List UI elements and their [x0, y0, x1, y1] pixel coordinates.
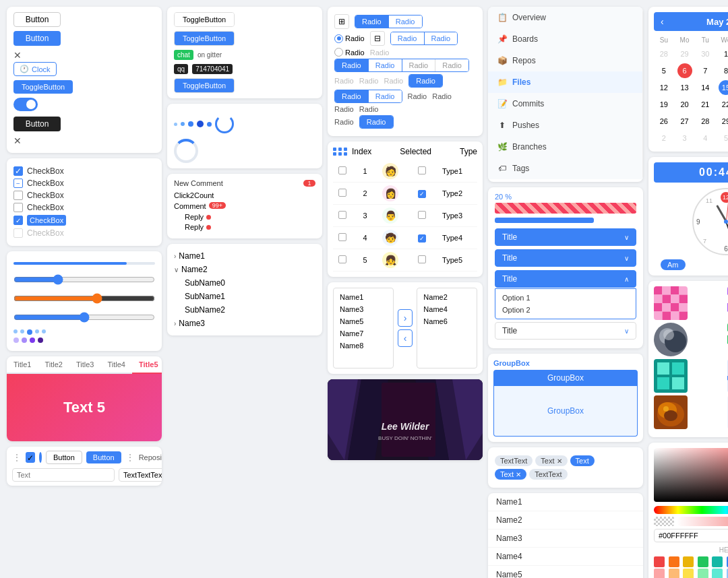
transfer-item-name4[interactable]: Name4	[420, 303, 474, 315]
button-dark[interactable]: Button	[13, 117, 61, 131]
cal-prev-btn[interactable]: ‹	[661, 16, 664, 27]
toggle-switch[interactable]	[13, 98, 38, 111]
cal-day-7[interactable]: 7	[698, 63, 712, 78]
checkbox-box-4[interactable]	[13, 203, 23, 212]
transfer-item-name6[interactable]: Name6	[420, 315, 474, 327]
cal-day-2-next[interactable]: 2	[657, 131, 671, 146]
swatch-4[interactable]	[698, 556, 708, 567]
toggle-btn-icon-active[interactable]: ToggleButton	[175, 79, 234, 92]
tree-item-name3[interactable]: › Name3	[174, 317, 315, 330]
range-slider-3[interactable]	[13, 312, 155, 323]
close-icon-2[interactable]: ✕	[13, 135, 22, 146]
toggle-button-blue[interactable]: ToggleButton	[13, 80, 73, 94]
swatch-13[interactable]	[683, 569, 694, 578]
swatch-5[interactable]	[712, 556, 723, 567]
checkbox-box-5[interactable]: ✓	[13, 216, 23, 225]
cal-day-20[interactable]: 20	[677, 97, 692, 112]
tab-title1[interactable]: Title1	[7, 356, 38, 374]
cal-day-21[interactable]: 21	[698, 97, 712, 112]
cal-day-5[interactable]: 5	[657, 63, 671, 78]
nav-pushes[interactable]: ⬆ Pushes	[488, 115, 642, 136]
tag-close-1[interactable]: ✕	[557, 457, 562, 465]
nav-repository[interactable]: Repository	[139, 453, 162, 461]
cal-day-8[interactable]: 8	[719, 63, 728, 78]
dropdown-title-2[interactable]: Title ∨	[495, 249, 636, 267]
radio-btn-1b[interactable]: Radio	[389, 15, 422, 28]
close-icon[interactable]: ✕	[13, 50, 22, 61]
row-1-cb[interactable]	[338, 166, 346, 174]
row-4-cb[interactable]	[338, 233, 346, 241]
tree-sub-item-2[interactable]: SubName2	[185, 303, 315, 317]
radio-btn-6a[interactable]: Radio	[335, 90, 369, 102]
row-4-selected[interactable]: ✓	[418, 234, 426, 243]
swatch-1[interactable]	[654, 556, 665, 567]
transfer-item-name8[interactable]: Name8	[336, 340, 390, 352]
toggle-btn-2-active[interactable]: ToggleButton	[175, 32, 234, 45]
text-input-wide[interactable]	[119, 468, 162, 482]
toolbar-btn-plain[interactable]: Button	[46, 451, 82, 464]
range-slider-2[interactable]	[13, 293, 155, 304]
tab-title5[interactable]: Title5	[132, 356, 162, 374]
alpha-slider[interactable]	[677, 517, 728, 526]
swatch-3[interactable]	[683, 556, 694, 567]
list-item-name3[interactable]: Name3	[488, 529, 643, 548]
list-item-name4[interactable]: Name4	[488, 548, 643, 566]
toolbar-btn-blue[interactable]: Button	[86, 451, 121, 463]
cal-day-6[interactable]: 6	[677, 63, 692, 78]
hex-input[interactable]	[654, 529, 728, 542]
cal-day-29[interactable]: 29	[719, 114, 728, 129]
toggle-btn-1[interactable]: ToggleButton	[175, 13, 234, 26]
text-input[interactable]	[12, 468, 115, 482]
nav-overview[interactable]: 📋 Overview	[488, 7, 642, 28]
hue-slider[interactable]	[654, 506, 728, 514]
nav-boards[interactable]: 📌 Boards	[488, 28, 642, 50]
tab-title2[interactable]: Title2	[38, 356, 70, 374]
checkbox-item-2[interactable]: − CheckBox	[13, 179, 155, 188]
nav-tags[interactable]: 🏷 Tags	[488, 158, 642, 179]
checkbox-item-6[interactable]: CheckBox	[13, 228, 155, 238]
dropdown-title-4[interactable]: Title ∨	[495, 322, 636, 340]
transfer-item-name7[interactable]: Name7	[336, 327, 390, 340]
cal-day-1[interactable]: 1	[719, 46, 728, 61]
tag-close-2[interactable]: ✕	[516, 471, 521, 478]
nav-commits[interactable]: 📝 Commits	[488, 93, 642, 115]
button-plain[interactable]: Button	[13, 12, 61, 27]
radio-btn-4c[interactable]: Radio	[402, 59, 436, 71]
checkbox-item-5[interactable]: ✓ CheckBox	[13, 215, 155, 226]
tab-title4[interactable]: Title4	[101, 356, 133, 374]
checkbox-item-1[interactable]: ✓ CheckBox	[13, 166, 155, 176]
cal-day-14[interactable]: 14	[698, 80, 712, 95]
cal-day-4-next[interactable]: 4	[698, 131, 712, 146]
cal-day-29-prev[interactable]: 29	[677, 46, 692, 61]
cal-day-28-prev[interactable]: 28	[657, 46, 671, 61]
radio-btn-1a[interactable]: Radio	[355, 15, 389, 28]
checkbox-item-3[interactable]: CheckBox	[13, 191, 155, 200]
row-3-selected[interactable]	[418, 211, 426, 219]
drag-handle[interactable]: ⋮	[12, 452, 22, 463]
radio-btn-2b[interactable]: Radio	[425, 32, 458, 44]
dropdown-title-3[interactable]: Title ∧	[495, 270, 636, 288]
list-item-name5[interactable]: Name5	[488, 566, 643, 578]
swatch-11[interactable]	[654, 569, 665, 578]
radio-btn-6b[interactable]: Radio	[369, 90, 402, 102]
radio-btn-4d[interactable]: Radio	[435, 59, 468, 71]
cal-day-28[interactable]: 28	[698, 114, 712, 129]
transfer-item-name2[interactable]: Name2	[420, 291, 474, 303]
checkbox-box-1[interactable]: ✓	[13, 166, 23, 176]
row-1-selected[interactable]	[418, 166, 426, 174]
clock-button[interactable]: 🕐 Clock	[13, 62, 57, 76]
radio-item-3a[interactable]: Radio	[334, 48, 365, 57]
row-5-selected[interactable]	[418, 255, 426, 263]
cal-day-19[interactable]: 19	[657, 97, 671, 112]
row-2-selected[interactable]: ✓	[418, 190, 426, 198]
tab-title3[interactable]: Title3	[69, 356, 101, 374]
checkbox-box-3[interactable]	[13, 191, 23, 200]
radio-item-2a[interactable]: Radio	[334, 34, 365, 43]
button-primary[interactable]: Button	[13, 31, 61, 46]
tree-item-name1[interactable]: › Name1	[174, 249, 315, 263]
cal-day-30-prev[interactable]: 30	[698, 46, 712, 61]
radio-btn-4b[interactable]: Radio	[369, 59, 402, 71]
cal-day-13[interactable]: 13	[677, 80, 692, 95]
cal-day-22[interactable]: 22	[719, 97, 728, 112]
reply-item-2[interactable]: Reply	[185, 223, 315, 231]
